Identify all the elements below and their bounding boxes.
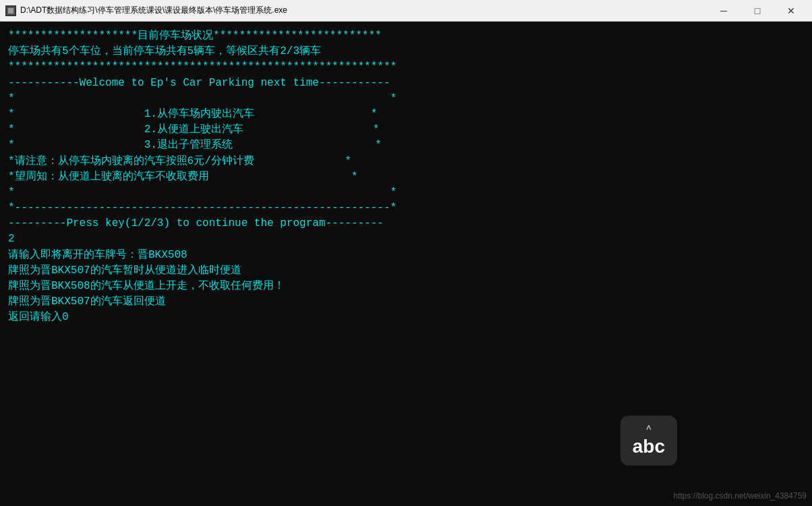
console-line: * * — [8, 185, 804, 200]
window-icon — [5, 5, 16, 16]
console-line: * 2.从便道上驶出汽车 * — [8, 122, 804, 138]
console-line: *请注意：从停车场内驶离的汽车按照6元/分钟计费 * — [8, 154, 804, 169]
console-window: ********************目前停车场状况*************… — [0, 22, 812, 506]
ime-abc-label: abc — [633, 436, 665, 457]
watermark: https://blog.csdn.net/weixin_4384759 — [674, 491, 807, 501]
console-line: 牌照为晋BKX507的汽车返回便道 — [8, 294, 804, 310]
ime-chevron-icon: ^ — [646, 424, 651, 434]
window-title: D:\ADT数据结构练习\停车管理系统课设\课设最终版本\停车场管理系统.exe — [20, 5, 287, 16]
console-line: -----------Welcome to Ep's Car Parking n… — [8, 76, 804, 91]
console-line: 牌照为晋BKX508的汽车从便道上开走，不收取任何费用！ — [8, 279, 804, 294]
console-line: * 1.从停车场内驶出汽车 * — [8, 107, 804, 122]
close-button[interactable]: ✕ — [776, 0, 807, 22]
svg-rect-1 — [8, 8, 13, 13]
console-line: 停车场共有5个车位，当前停车场共有5辆车，等候区共有2/3辆车 — [8, 44, 804, 59]
console-line: 请输入即将离开的车牌号：晋BKX508 — [8, 248, 804, 263]
console-line: *---------------------------------------… — [8, 200, 804, 216]
console-line: ---------Press key(1/2/3) to continue th… — [8, 216, 804, 231]
console-line: 牌照为晋BKX507的汽车暂时从便道进入临时便道 — [8, 263, 804, 279]
minimize-button[interactable]: ─ — [708, 0, 739, 22]
ime-popup: ^ abc — [620, 416, 677, 466]
console-line: ********************目前停车场状况*************… — [8, 28, 804, 44]
console-line: ****************************************… — [8, 59, 804, 75]
console-line: 返回请输入0 — [8, 310, 804, 325]
maximize-button[interactable]: □ — [742, 0, 773, 22]
console-line: * 3.退出子管理系统 * — [8, 138, 804, 153]
console-line: *望周知：从便道上驶离的汽车不收取费用 * — [8, 169, 804, 185]
title-bar: D:\ADT数据结构练习\停车管理系统课设\课设最终版本\停车场管理系统.exe… — [0, 0, 812, 22]
console-line: * * — [8, 91, 804, 107]
console-line: 2 — [8, 231, 804, 247]
